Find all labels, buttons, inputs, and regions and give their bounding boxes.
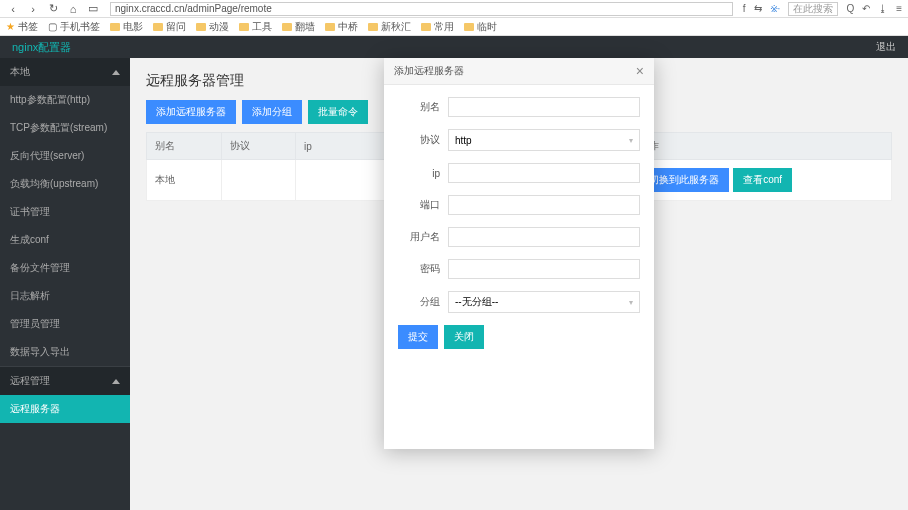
bookmarks-bar: ★书签 ▢手机书签 电影 留问 动漫 工具 翻墙 中桥 新秋汇 常用 临时 bbox=[0, 18, 908, 36]
sidebar-group-remote[interactable]: 远程管理 bbox=[0, 366, 130, 395]
browser-search[interactable]: 在此搜索 bbox=[788, 2, 838, 16]
folder-icon bbox=[153, 23, 163, 31]
chevron-up-icon bbox=[112, 379, 120, 384]
label-alias: 别名 bbox=[398, 100, 448, 114]
sidebar-item-cert[interactable]: 证书管理 bbox=[0, 198, 130, 226]
folder-icon bbox=[421, 23, 431, 31]
main-content: 远程服务器管理 添加远程服务器 添加分组 批量命令 别名 协议 ip 操作 本地 bbox=[130, 58, 908, 510]
chevron-down-icon: ▾ bbox=[629, 298, 633, 307]
modal-title: 添加远程服务器 bbox=[394, 64, 464, 78]
alias-field[interactable] bbox=[448, 97, 640, 117]
batch-cmd-button[interactable]: 批量命令 bbox=[308, 100, 368, 124]
ip-field[interactable] bbox=[448, 163, 640, 183]
modal-header: 添加远程服务器 × bbox=[384, 58, 654, 85]
icon-sync[interactable]: ⇆ bbox=[754, 3, 762, 14]
col-action: 操作 bbox=[631, 133, 892, 160]
add-server-button[interactable]: 添加远程服务器 bbox=[146, 100, 236, 124]
bookmark-folder[interactable]: 中桥 bbox=[325, 20, 358, 34]
sidebar-item-server[interactable]: 反向代理(server) bbox=[0, 142, 130, 170]
close-button[interactable]: 关闭 bbox=[444, 325, 484, 349]
sidebar-item-admin[interactable]: 管理员管理 bbox=[0, 310, 130, 338]
col-protocol: 协议 bbox=[221, 133, 296, 160]
browser-toolbar: ‹ › ↻ ⌂ ▭ nginx.craccd.cn/adminPage/remo… bbox=[0, 0, 908, 18]
sidebar-item-remote-server[interactable]: 远程服务器 bbox=[0, 395, 130, 423]
bookmark-star[interactable]: ★书签 bbox=[6, 20, 38, 34]
chevron-up-icon bbox=[112, 70, 120, 75]
col-name: 别名 bbox=[147, 133, 222, 160]
reload-button[interactable]: ↻ bbox=[46, 2, 60, 16]
bookmark-folder[interactable]: 留问 bbox=[153, 20, 186, 34]
sidebar-item-log[interactable]: 日志解析 bbox=[0, 282, 130, 310]
icon-q[interactable]: Q bbox=[846, 3, 854, 14]
sidebar-item-import[interactable]: 数据导入导出 bbox=[0, 338, 130, 366]
icon-undo[interactable]: ↶ bbox=[862, 3, 870, 14]
label-group: 分组 bbox=[398, 295, 448, 309]
menu-icon[interactable]: ≡ bbox=[896, 3, 902, 14]
download-icon[interactable]: ⭳ bbox=[878, 3, 888, 14]
tab-button[interactable]: ▭ bbox=[86, 2, 100, 16]
bookmark-folder[interactable]: 工具 bbox=[239, 20, 272, 34]
folder-icon bbox=[325, 23, 335, 31]
bookmark-mobile[interactable]: ▢手机书签 bbox=[48, 20, 100, 34]
browser-right-tools: f ⇆ ※· 在此搜索 Q ↶ ⭳ ≡ bbox=[743, 2, 902, 16]
bookmark-folder[interactable]: 常用 bbox=[421, 20, 454, 34]
bookmark-folder[interactable]: 翻墙 bbox=[282, 20, 315, 34]
label-port: 端口 bbox=[398, 198, 448, 212]
logout-button[interactable]: 退出 bbox=[876, 40, 896, 54]
sidebar-item-stream[interactable]: TCP参数配置(stream) bbox=[0, 114, 130, 142]
folder-icon bbox=[368, 23, 378, 31]
forward-button[interactable]: › bbox=[26, 2, 40, 16]
bookmark-folder[interactable]: 动漫 bbox=[196, 20, 229, 34]
folder-icon bbox=[239, 23, 249, 31]
label-pass: 密码 bbox=[398, 262, 448, 276]
app-header: nginx配置器 退出 bbox=[0, 36, 908, 58]
cell-protocol bbox=[221, 160, 296, 201]
sidebar: 本地 http参数配置(http) TCP参数配置(stream) 反向代理(s… bbox=[0, 58, 130, 510]
url-text: nginx.craccd.cn/adminPage/remote bbox=[115, 3, 272, 14]
pass-field[interactable] bbox=[448, 259, 640, 279]
sidebar-item-backup[interactable]: 备份文件管理 bbox=[0, 254, 130, 282]
mobile-icon: ▢ bbox=[48, 21, 57, 32]
folder-icon bbox=[464, 23, 474, 31]
sidebar-item-http[interactable]: http参数配置(http) bbox=[0, 86, 130, 114]
cell-action: 切换到此服务器 查看conf bbox=[631, 160, 892, 201]
bookmark-folder[interactable]: 临时 bbox=[464, 20, 497, 34]
close-icon[interactable]: × bbox=[636, 64, 644, 78]
sidebar-item-upstream[interactable]: 负载均衡(upstream) bbox=[0, 170, 130, 198]
add-server-modal: 添加远程服务器 × 别名 协议 http ▾ ip bbox=[384, 58, 654, 449]
home-button[interactable]: ⌂ bbox=[66, 2, 80, 16]
folder-icon bbox=[110, 23, 120, 31]
bookmark-folder[interactable]: 新秋汇 bbox=[368, 20, 411, 34]
label-protocol: 协议 bbox=[398, 133, 448, 147]
protocol-select[interactable]: http ▾ bbox=[448, 129, 640, 151]
add-group-button[interactable]: 添加分组 bbox=[242, 100, 302, 124]
group-select[interactable]: --无分组-- ▾ bbox=[448, 291, 640, 313]
brand: nginx配置器 bbox=[12, 40, 71, 55]
sidebar-top[interactable]: 本地 bbox=[0, 58, 130, 86]
port-field[interactable] bbox=[448, 195, 640, 215]
label-user: 用户名 bbox=[398, 230, 448, 244]
icon-f[interactable]: f bbox=[743, 3, 746, 14]
folder-icon bbox=[196, 23, 206, 31]
bookmark-folder[interactable]: 电影 bbox=[110, 20, 143, 34]
folder-icon bbox=[282, 23, 292, 31]
chevron-down-icon: ▾ bbox=[629, 136, 633, 145]
back-button[interactable]: ‹ bbox=[6, 2, 20, 16]
url-bar[interactable]: nginx.craccd.cn/adminPage/remote bbox=[110, 2, 733, 16]
cell-name: 本地 bbox=[147, 160, 222, 201]
label-ip: ip bbox=[398, 168, 448, 179]
user-field[interactable] bbox=[448, 227, 640, 247]
submit-button[interactable]: 提交 bbox=[398, 325, 438, 349]
sidebar-item-genconf[interactable]: 生成conf bbox=[0, 226, 130, 254]
view-conf-button[interactable]: 查看conf bbox=[733, 168, 792, 192]
star-icon: ★ bbox=[6, 21, 15, 32]
